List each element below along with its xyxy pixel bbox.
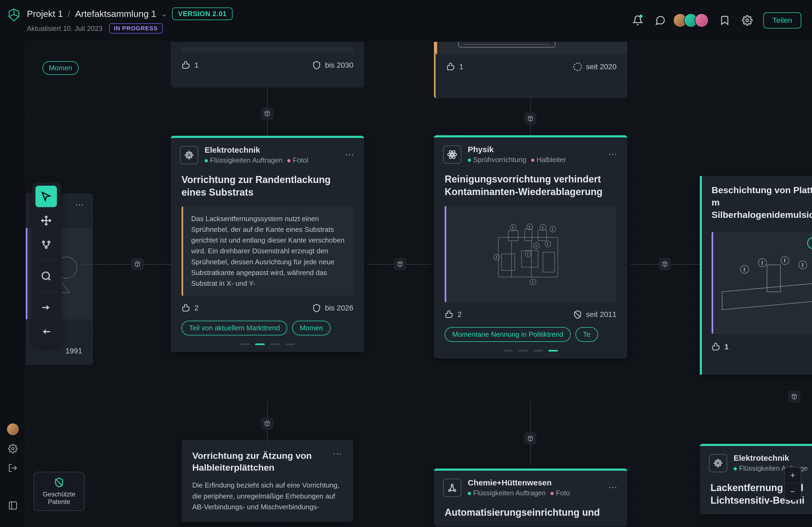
svg-text:i: i	[512, 226, 513, 230]
graph-node-icon[interactable]	[394, 258, 406, 270]
graph-node-icon[interactable]	[524, 113, 536, 124]
svg-text:i: i	[527, 252, 528, 256]
svg-point-5	[48, 241, 50, 243]
svg-rect-65	[717, 462, 719, 465]
filter-chip[interactable]: Geschützte Patente	[33, 472, 85, 511]
graph-node-icon[interactable]	[261, 108, 273, 119]
bookmark-icon[interactable]	[718, 14, 731, 27]
logout-icon[interactable]	[7, 462, 19, 474]
like-count[interactable]: 2	[182, 303, 199, 313]
graph-canvas[interactable]: Momen 1 bis 2030 1 seit 2020 El	[26, 42, 812, 527]
zoom-out-button[interactable]: −	[785, 483, 801, 500]
svg-text:i: i	[802, 262, 803, 268]
artifact-card[interactable]: Elektrotechnik Flüssigkeiten AuftragenFo…	[171, 136, 364, 352]
more-icon[interactable]: ⋮	[75, 201, 85, 210]
branch-tool[interactable]	[35, 234, 57, 255]
breadcrumb-collection[interactable]: Artefaktsammlung 1	[75, 9, 156, 19]
svg-text:i: i	[744, 267, 745, 272]
svg-rect-11	[186, 152, 192, 158]
top-actions: Teilen	[631, 12, 801, 28]
move-tool[interactable]	[35, 210, 57, 231]
svg-rect-25	[502, 254, 515, 271]
trend-chip[interactable]: Momen	[292, 321, 331, 335]
user-avatar[interactable]	[7, 423, 19, 435]
share-button[interactable]: Teilen	[764, 12, 801, 28]
protection-date: 1991	[66, 347, 82, 355]
artifact-card[interactable]: Vorrichtung zur Ätzung von Halbleiterplä…	[182, 440, 353, 522]
panel-icon[interactable]	[7, 500, 19, 511]
like-count[interactable]: 1	[446, 62, 463, 71]
svg-rect-12	[188, 154, 190, 156]
svg-rect-64	[715, 461, 721, 466]
card-description: Die Erfindung bezieht sich auf eine Vorr…	[192, 480, 343, 512]
breadcrumb-project[interactable]: Projekt 1	[27, 9, 63, 19]
more-icon[interactable]: ⋮	[332, 450, 343, 459]
like-count[interactable]: 2	[445, 310, 462, 319]
card-pagination[interactable]	[171, 344, 364, 352]
avatar[interactable]	[695, 13, 709, 27]
more-icon[interactable]: ⋮	[608, 483, 618, 492]
svg-point-4	[43, 241, 45, 243]
svg-rect-24	[538, 230, 547, 241]
card-description: Das Lacksentfernungssystem nutzt einen S…	[182, 206, 353, 296]
collaborator-avatars[interactable]	[677, 13, 709, 27]
svg-text:i: i	[533, 280, 533, 284]
card-title: Vorrichtung zur Randentlackung eines Sub…	[171, 170, 364, 206]
svg-text:i: i	[542, 226, 543, 230]
svg-rect-22	[508, 231, 518, 241]
svg-text:i: i	[547, 242, 548, 246]
like-count[interactable]: 1	[182, 61, 199, 70]
gear-icon[interactable]	[7, 443, 19, 454]
card-category: Chemie+Hüttenwesen	[468, 478, 601, 487]
svg-text:i: i	[536, 244, 536, 248]
chat-icon[interactable]	[654, 14, 667, 27]
graph-node-icon[interactable]	[659, 258, 671, 270]
svg-text:i: i	[784, 258, 785, 263]
svg-point-52	[449, 490, 451, 491]
trend-chip[interactable]: Te	[576, 327, 598, 342]
graph-node-icon[interactable]	[132, 258, 143, 270]
artifact-card[interactable]: Beschichtung von Platten m Silberhalogen…	[700, 176, 812, 375]
app-logo[interactable]	[6, 7, 21, 22]
filter-label: Geschützte Patente	[38, 491, 80, 506]
redo-tool[interactable]	[35, 297, 57, 318]
breadcrumb-separator: /	[68, 9, 70, 19]
bell-icon[interactable]	[631, 14, 644, 27]
cursor-tool[interactable]	[35, 186, 57, 207]
artifact-card[interactable]: Physik SprühvorrichtungHalbleiter ⋮ Rein…	[434, 135, 627, 359]
artifact-card[interactable]: Chemie+Hüttenwesen Flüssigkeiten Auftrag…	[434, 468, 627, 526]
search-tool[interactable]	[35, 266, 57, 287]
like-count[interactable]: 1	[712, 342, 729, 352]
svg-point-54	[451, 484, 453, 486]
zoom-controls: + −	[784, 467, 801, 500]
trend-chip[interactable]: Momen	[42, 61, 79, 75]
zoom-in-button[interactable]: +	[785, 467, 801, 483]
graph-node-icon[interactable]	[788, 391, 800, 403]
graph-node-icon[interactable]	[524, 433, 536, 445]
card-category: Physik	[468, 145, 601, 154]
trend-chip[interactable]: Momentane Nennung in Politiktrend	[445, 327, 570, 342]
trend-chip[interactable]: Teil von aktuellem Markttrend	[182, 321, 287, 335]
svg-point-7	[42, 272, 49, 279]
undo-tool[interactable]	[35, 321, 57, 342]
top-bar: Projekt 1 / Artefaktsammlung 1 ⌄ VERSION…	[0, 0, 812, 42]
card-title: Reinigungsvorrichtung verhindert Kontami…	[434, 169, 627, 206]
svg-point-17	[451, 153, 453, 155]
tool-panel	[32, 182, 61, 346]
svg-line-48	[575, 312, 580, 317]
status-badge: IN PROGRESS	[109, 23, 163, 33]
protection-date: seit 2011	[573, 310, 617, 319]
chevron-down-icon[interactable]: ⌄	[161, 10, 167, 18]
more-icon[interactable]: ⋮	[608, 150, 618, 159]
gear-icon[interactable]	[741, 14, 754, 27]
graph-node-icon[interactable]	[261, 418, 273, 429]
svg-point-0	[746, 19, 749, 22]
protection-date: seit 2020	[573, 62, 617, 71]
more-icon[interactable]: ⋮	[345, 151, 355, 160]
svg-point-53	[454, 490, 456, 491]
version-badge: VERSION 2.01	[172, 7, 233, 20]
svg-rect-27	[543, 252, 554, 272]
protection-date: bis 2030	[312, 61, 353, 70]
card-title: Beschichtung von Platten m Silberhalogen…	[712, 184, 812, 221]
card-pagination[interactable]	[434, 350, 627, 359]
